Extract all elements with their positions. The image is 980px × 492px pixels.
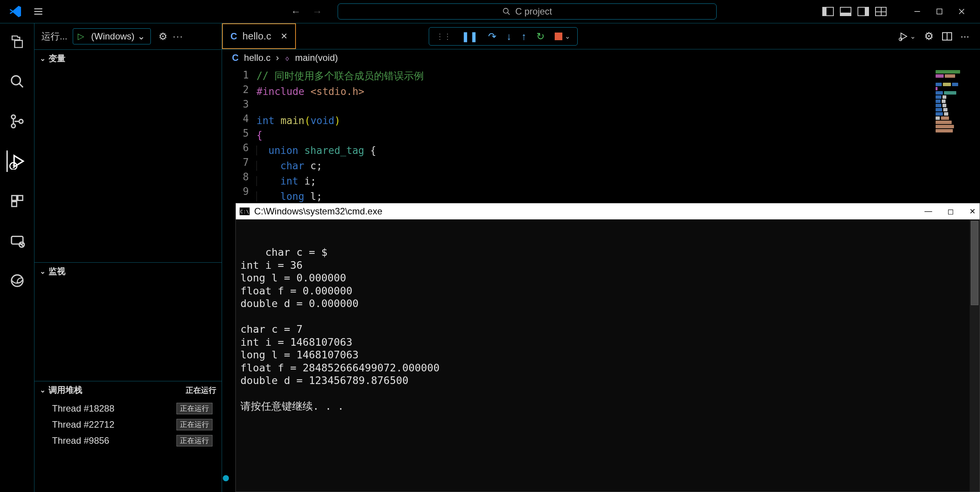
svg-rect-1 [937,9,942,14]
code-text: void [310,115,335,126]
code-text: ) [335,115,341,126]
thread-row[interactable]: Thread #9856 正在运行 [34,433,222,449]
toggle-primary-sidebar-icon[interactable] [822,7,834,16]
c-file-icon: C [232,52,238,63]
console-close-icon[interactable]: ✕ [969,207,976,216]
split-editor-icon[interactable] [942,32,952,41]
code-text: // 同时使用多个联合成员的错误示例 [256,70,424,82]
callstack-pane-header[interactable]: ⌄ 调用堆栈 正在运行 [34,381,222,399]
console-titlebar[interactable]: C:\ C:\Windows\system32\cmd.exe — ◻ ✕ [236,203,980,219]
chevron-down-icon: ⌄ [137,31,145,42]
restart-icon[interactable]: ↻ [536,31,545,42]
console-scrollbar[interactable] [970,219,980,492]
launch-config-selector[interactable]: ▷ (Windows) ⌄ [73,28,151,44]
activity-bar: 1 [0,23,34,492]
search-icon [502,7,511,16]
line-number: 6 [222,141,256,155]
thread-row[interactable]: Thread #18288 正在运行 [34,400,222,417]
thread-row[interactable]: Thread #22712 正在运行 [34,417,222,433]
line-number: 2 [222,82,256,97]
activity-remote-icon[interactable] [7,230,28,252]
unsaved-indicator-icon [223,475,229,481]
launch-config-name[interactable]: (Windows) ⌄ [89,31,150,42]
variables-pane-title: 变量 [49,53,65,64]
code-text: ( [304,115,310,126]
nav-arrows: ← → [291,6,322,18]
run-and-debug-label: 运行... [41,30,67,42]
c-file-icon: C [230,31,237,42]
pause-icon[interactable]: ❚❚ [461,31,478,42]
thread-label: Thread #22712 [52,419,114,430]
open-launch-json-icon[interactable]: ⚙ [158,31,167,42]
layout-toggle-group [822,7,887,16]
toggle-panel-icon[interactable] [840,7,851,16]
step-over-icon[interactable]: ↷ [488,31,497,42]
thread-status-badge: 正在运行 [176,403,212,414]
debug-toolbar[interactable]: ⋮⋮ ❚❚ ↷ ↓ ↑ ↻ ⌄ [429,27,578,46]
breadcrumb-symbol[interactable]: main(void) [295,52,338,63]
debug-sidebar-header: 运行... ▷ (Windows) ⌄ ⚙ ··· [34,23,222,49]
console-output[interactable]: char c = $ int i = 36 long l = 0.000000 … [236,219,980,492]
run-file-icon[interactable]: ⌄ [898,31,916,41]
command-center-search[interactable]: C project [338,3,717,20]
customize-layout-icon[interactable] [875,7,887,16]
more-actions-icon[interactable]: ··· [173,31,183,42]
line-number: 7 [222,155,256,170]
scrollbar-thumb[interactable] [971,221,978,305]
vscode-logo [8,4,23,19]
callstack-list: Thread #18288 正在运行 Thread #22712 正在运行 Th… [34,399,222,450]
tab-close-icon[interactable]: ✕ [281,31,287,41]
editor-tab-row: C hello.c ✕ ⋮⋮ ❚❚ ↷ ↓ ↑ ↻ ⌄ ⌄ ⚙ [222,23,980,49]
nav-back-icon[interactable]: ← [291,6,301,18]
window-maximize-icon[interactable] [933,5,946,18]
watch-pane-header[interactable]: ⌄ 监视 [34,263,222,280]
start-debug-icon[interactable]: ▷ [73,31,89,41]
callstack-pane-title: 调用堆栈 [49,384,82,396]
nav-forward-icon[interactable]: → [312,6,322,18]
window-close-icon[interactable] [955,5,969,18]
step-out-icon[interactable]: ↑ [521,31,526,42]
code-text: c; [304,160,322,172]
editor-settings-icon[interactable]: ⚙ [924,30,934,42]
svg-point-3 [11,115,15,119]
callstack-status: 正在运行 [186,385,216,396]
watch-pane: ⌄ 监视 [34,262,222,381]
code-text: main [281,115,305,126]
activity-explorer-icon[interactable] [7,31,28,52]
editor-tab-hello-c[interactable]: C hello.c ✕ [222,23,296,49]
svg-point-0 [503,8,508,13]
code-text: l; [304,191,322,202]
editor-actions-right: ⌄ ⚙ ··· [888,23,980,49]
activity-edge-icon[interactable] [7,270,28,291]
activity-extensions-icon[interactable] [7,190,28,212]
activity-source-control-icon[interactable] [7,111,28,132]
window-minimize-icon[interactable] [910,5,924,18]
svg-rect-8 [11,196,16,201]
console-maximize-icon[interactable]: ◻ [947,207,954,216]
console-minimize-icon[interactable]: — [924,207,932,216]
breadcrumb-file[interactable]: hello.c [244,52,270,63]
tab-filename: hello.c [242,30,271,42]
debug-sidebar: 运行... ▷ (Windows) ⌄ ⚙ ··· ⌄ 变量 ⌄ 监视 [34,23,222,492]
code-text: { [256,129,263,141]
code-text: int [256,115,281,126]
console-window: C:\ C:\Windows\system32\cmd.exe — ◻ ✕ ch… [235,203,980,492]
stop-icon[interactable]: ⌄ [555,32,570,41]
variables-pane-header[interactable]: ⌄ 变量 [34,50,222,67]
code-text: i; [298,175,316,187]
toggle-secondary-sidebar-icon[interactable] [858,7,869,16]
more-editor-actions-icon[interactable]: ··· [960,30,969,42]
activity-search-icon[interactable] [7,71,28,92]
line-number: 3 [222,97,256,111]
step-into-icon[interactable]: ↓ [506,31,511,42]
minimap[interactable] [933,69,978,138]
code-text: <stdio.h> [310,86,364,97]
code-text: long [280,191,304,202]
title-bar: ← → C project [0,0,980,23]
drag-handle-icon[interactable]: ⋮⋮ [436,32,451,41]
hamburger-menu-icon[interactable] [31,4,46,19]
breadcrumb[interactable]: C hello.c › ⬨ main(void) [222,49,980,66]
thread-status-badge: 正在运行 [176,419,212,430]
activity-run-debug-icon[interactable]: 1 [7,150,28,172]
code-text: union [268,145,304,156]
